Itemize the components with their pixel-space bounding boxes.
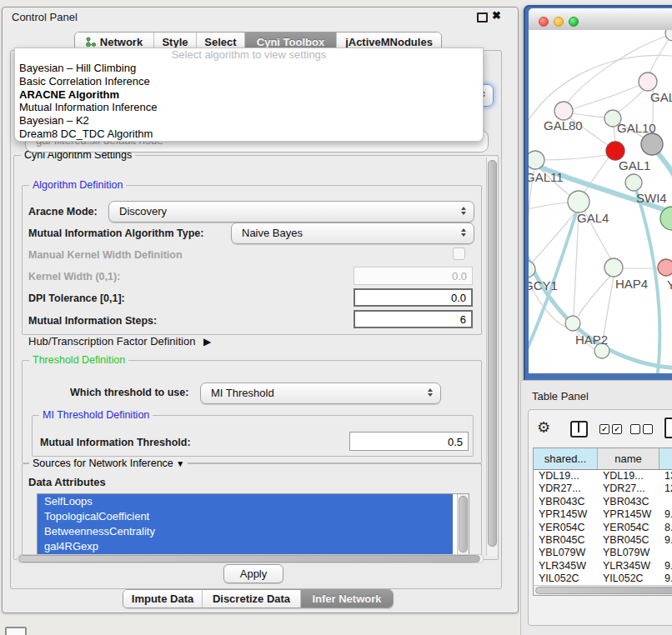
aracne-mode-value: Discovery [119, 202, 167, 222]
node-label: SWI4 [636, 191, 667, 205]
dropdown-item[interactable]: Mutual Information Inference [15, 101, 483, 114]
table-horizontal-scrollbar[interactable] [534, 585, 672, 595]
node-label: GCY1 [529, 278, 558, 292]
dropdown-item[interactable]: Bayesian – K2 [15, 114, 483, 128]
cell-shared-name: YPR145W [534, 508, 598, 521]
column-header-shared-name[interactable]: shared... [534, 448, 598, 469]
dpi-tolerance-field[interactable]: 0.0 [354, 288, 473, 307]
sources-group: Sources for Network Inference ▼ Data Att… [22, 463, 482, 558]
tab-discretize-data[interactable]: Discretize Data [203, 590, 301, 608]
dropdown-item[interactable]: Bayesian – Hill Climbing [15, 62, 483, 75]
table-row[interactable]: YER054CYER054C8. [534, 522, 672, 534]
split-columns-icon[interactable] [570, 421, 588, 438]
table-row[interactable]: YDR27...YDR27...12 [534, 482, 672, 495]
unselect-all-columns-icon[interactable] [630, 424, 655, 439]
cell-value: 9. [659, 572, 672, 585]
table-row[interactable]: YIL052CYIL052C9. [534, 572, 672, 585]
combo-arrows-icon [428, 388, 433, 397]
settings-horizontal-scrollbar[interactable] [17, 554, 484, 563]
mi-steps-field[interactable]: 6 [354, 310, 473, 328]
close-window-icon[interactable] [539, 17, 549, 27]
algorithm-definition-legend: Algorithm Definition [29, 179, 126, 191]
table-horizontal-scrollbar-thumb[interactable] [535, 587, 672, 594]
dropdown-item[interactable]: Basic Correlation Inference [15, 75, 483, 88]
which-threshold-value: MI Threshold [211, 383, 274, 403]
which-threshold-combo[interactable]: MI Threshold [200, 382, 441, 404]
cell-value: 9. [659, 534, 672, 547]
node-unlabeled [665, 30, 672, 41]
attribute-list-scrollbar[interactable] [457, 494, 469, 554]
kernel-width-field[interactable]: 0.0 [354, 267, 473, 285]
settings-horizontal-scrollbar-thumb[interactable] [18, 555, 480, 562]
node-label: HAP2 [575, 332, 608, 347]
mi-type-value: Naive Bayes [242, 223, 303, 243]
attribute-item-selected[interactable]: BetweennessCentrality [38, 524, 453, 539]
docked-panel-icon[interactable] [5, 627, 27, 635]
table-row[interactable]: YDL19...YDL19...13 [534, 470, 672, 482]
cell-name: YBR043C [598, 496, 659, 508]
select-all-columns-icon[interactable]: ✓✓ [599, 424, 624, 439]
table-row[interactable]: YLR345WYLR345W9. [534, 560, 672, 572]
network-icon [86, 37, 96, 47]
threshold-definition-group: Threshold Definition Which threshold to … [22, 360, 482, 463]
table-panel-inner: ⚙ ✓✓ shared... name A [528, 409, 672, 626]
table-row[interactable]: YBL079WYBL079W [534, 547, 672, 559]
which-threshold-label: Which threshold to use: [70, 387, 188, 398]
dropdown-item[interactable]: Dream8 DC_TDC Algorithm [15, 128, 483, 141]
mi-threshold-field[interactable]: 0.5 [349, 432, 469, 451]
tab-infer-network[interactable]: Infer Network [301, 590, 393, 608]
float-window-icon[interactable] [477, 12, 488, 22]
aracne-mode-combo[interactable]: Discovery [108, 201, 474, 222]
attribute-item-selected[interactable]: TopologicalCoefficient [38, 509, 453, 524]
cyni-settings-group: Cyni Algorithm Settings Algorithm Defini… [13, 155, 499, 560]
expanded-arrow-icon: ▼ [176, 459, 184, 468]
attribute-list: SelfLoops TopologicalCoefficient Between… [37, 493, 469, 555]
cell-name: YDL19... [598, 470, 659, 482]
column-header-partial[interactable]: A [659, 448, 672, 469]
node-label: GAL11 [529, 170, 564, 184]
network-canvas[interactable]: GAL7 GAL80 GAL10 GAL1 GAL11 SWI4 GAL4 GC… [529, 30, 672, 373]
attribute-item-selected[interactable]: gal4RGexp [38, 539, 453, 554]
zoom-window-icon[interactable] [569, 17, 579, 27]
mi-threshold-group: MI Threshold Definition Mutual Informati… [32, 415, 474, 457]
apply-button[interactable]: Apply [223, 564, 283, 583]
cell-shared-name: YER054C [534, 522, 598, 534]
minimize-window-icon[interactable] [554, 17, 564, 27]
node-label: Y [667, 278, 672, 292]
settings-vertical-scrollbar[interactable] [486, 158, 498, 556]
table-row[interactable]: YBR043CYBR043C [534, 496, 672, 508]
control-panel-title: Control Panel [12, 11, 78, 23]
table-row[interactable]: YPR145WYPR145W9. [534, 508, 672, 521]
cell-name: YDR27... [598, 482, 659, 495]
node-label: GAL7 [650, 90, 672, 104]
threshold-definition-legend: Threshold Definition [29, 354, 128, 366]
dropdown-item-selected[interactable]: ARACNE Algorithm [15, 88, 483, 102]
cell-value: 12 [659, 482, 672, 495]
close-panel-icon[interactable]: ✖ [492, 9, 501, 22]
sources-legend[interactable]: Sources for Network Inference ▼ [29, 458, 188, 469]
node-label: HAP4 [615, 277, 648, 291]
manual-kernel-checkbox[interactable] [453, 248, 465, 260]
mi-type-combo[interactable]: Naive Bayes [231, 222, 474, 244]
gear-icon[interactable]: ⚙ [537, 418, 550, 437]
cell-shared-name: YDL19... [534, 470, 598, 482]
cell-shared-name: YLR345W [534, 560, 598, 572]
network-window: GAL7 GAL80 GAL10 GAL1 GAL11 SWI4 GAL4 GC… [524, 5, 672, 383]
column-header-name[interactable]: name [598, 448, 659, 469]
algorithm-dropdown: Select algorithm to view settings Bayesi… [14, 48, 484, 142]
table-body: YDL19...YDL19...13 YDR27...YDR27...12 YB… [534, 470, 672, 586]
network-window-titlebar[interactable] [529, 8, 672, 31]
attribute-item-selected[interactable]: SelfLoops [38, 494, 453, 509]
attribute-list-scrollbar-thumb[interactable] [459, 496, 468, 552]
algorithm-definition-group: Algorithm Definition Aracne Mode: Discov… [22, 185, 482, 335]
new-table-icon[interactable] [664, 418, 672, 438]
table-panel-title: Table Panel [532, 390, 589, 402]
cell-shared-name: YIL052C [534, 572, 598, 585]
tab-impute-data[interactable]: Impute Data [123, 590, 203, 608]
cell-shared-name: YBR045C [534, 534, 598, 547]
table-row[interactable]: YBR045CYBR045C9. [534, 534, 672, 547]
hub-tf-label: Hub/Transcription Factor Definition [28, 335, 195, 348]
settings-vertical-scrollbar-thumb[interactable] [488, 160, 497, 547]
data-attributes-label: Data Attributes [28, 476, 106, 488]
hub-tf-section-toggle[interactable]: Hub/Transcription Factor Definition ▶ [28, 335, 211, 348]
